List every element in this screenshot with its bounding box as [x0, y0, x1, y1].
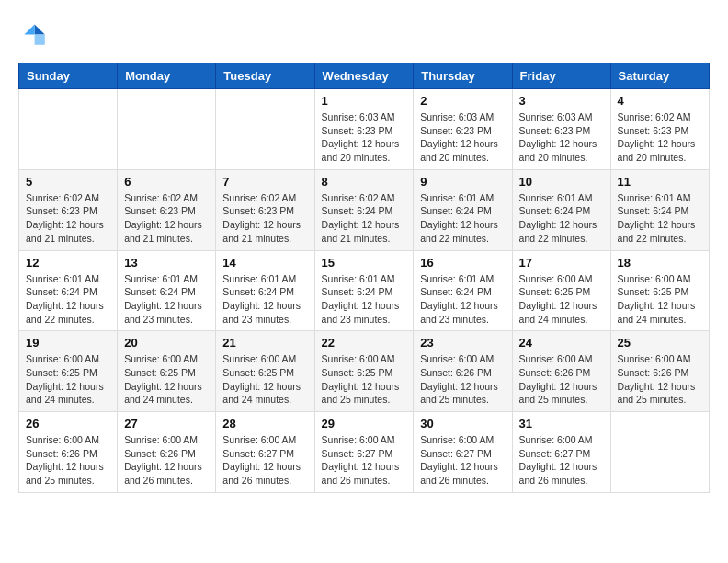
- weekday-header: Wednesday: [314, 63, 414, 89]
- calendar-cell: 6Sunrise: 6:02 AM Sunset: 6:23 PM Daylig…: [118, 169, 216, 250]
- day-info: Sunrise: 6:00 AM Sunset: 6:25 PM Dayligh…: [519, 272, 604, 327]
- calendar-cell: 28Sunrise: 6:00 AM Sunset: 6:27 PM Dayli…: [216, 412, 314, 493]
- calendar-cell: 21Sunrise: 6:00 AM Sunset: 6:25 PM Dayli…: [216, 331, 314, 412]
- calendar-cell: 13Sunrise: 6:01 AM Sunset: 6:24 PM Dayli…: [118, 250, 216, 331]
- day-info: Sunrise: 6:00 AM Sunset: 6:25 PM Dayligh…: [222, 352, 307, 407]
- calendar-cell: [610, 412, 709, 493]
- calendar-table: SundayMondayTuesdayWednesdayThursdayFrid…: [18, 63, 710, 493]
- calendar-cell: 2Sunrise: 6:03 AM Sunset: 6:23 PM Daylig…: [414, 89, 512, 170]
- calendar-cell: 29Sunrise: 6:00 AM Sunset: 6:27 PM Dayli…: [314, 412, 414, 493]
- svg-marker-0: [35, 24, 45, 34]
- day-number: 18: [618, 256, 702, 270]
- calendar-week-row: 5Sunrise: 6:02 AM Sunset: 6:23 PM Daylig…: [19, 169, 710, 250]
- day-info: Sunrise: 6:01 AM Sunset: 6:24 PM Dayligh…: [26, 272, 110, 327]
- day-info: Sunrise: 6:00 AM Sunset: 6:25 PM Dayligh…: [322, 352, 407, 407]
- day-number: 31: [519, 417, 604, 431]
- day-info: Sunrise: 6:00 AM Sunset: 6:27 PM Dayligh…: [519, 433, 604, 488]
- calendar-cell: 23Sunrise: 6:00 AM Sunset: 6:26 PM Dayli…: [414, 331, 512, 412]
- day-number: 27: [124, 417, 209, 431]
- day-info: Sunrise: 6:00 AM Sunset: 6:26 PM Dayligh…: [618, 352, 702, 407]
- day-info: Sunrise: 6:00 AM Sunset: 6:25 PM Dayligh…: [124, 352, 209, 407]
- day-number: 2: [420, 94, 505, 108]
- day-number: 11: [618, 175, 702, 189]
- day-info: Sunrise: 6:01 AM Sunset: 6:24 PM Dayligh…: [322, 272, 407, 327]
- calendar-cell: 31Sunrise: 6:00 AM Sunset: 6:27 PM Dayli…: [512, 412, 610, 493]
- day-number: 22: [322, 336, 407, 350]
- day-info: Sunrise: 6:02 AM Sunset: 6:23 PM Dayligh…: [124, 191, 209, 246]
- calendar-cell: 27Sunrise: 6:00 AM Sunset: 6:26 PM Dayli…: [118, 412, 216, 493]
- calendar-cell: 4Sunrise: 6:02 AM Sunset: 6:23 PM Daylig…: [610, 89, 709, 170]
- day-info: Sunrise: 6:00 AM Sunset: 6:26 PM Dayligh…: [519, 352, 604, 407]
- day-number: 30: [420, 417, 505, 431]
- day-number: 1: [322, 94, 407, 108]
- calendar-week-row: 26Sunrise: 6:00 AM Sunset: 6:26 PM Dayli…: [19, 412, 710, 493]
- weekday-header: Thursday: [414, 63, 512, 89]
- calendar-cell: 5Sunrise: 6:02 AM Sunset: 6:23 PM Daylig…: [19, 169, 118, 250]
- day-number: 23: [420, 336, 505, 350]
- day-info: Sunrise: 6:01 AM Sunset: 6:24 PM Dayligh…: [124, 272, 209, 327]
- day-number: 7: [222, 175, 307, 189]
- day-info: Sunrise: 6:03 AM Sunset: 6:23 PM Dayligh…: [519, 110, 604, 165]
- calendar-cell: 3Sunrise: 6:03 AM Sunset: 6:23 PM Daylig…: [512, 89, 610, 170]
- day-info: Sunrise: 6:01 AM Sunset: 6:24 PM Dayligh…: [420, 272, 505, 327]
- calendar-week-row: 1Sunrise: 6:03 AM Sunset: 6:23 PM Daylig…: [19, 89, 710, 170]
- calendar-cell: 18Sunrise: 6:00 AM Sunset: 6:25 PM Dayli…: [610, 250, 709, 331]
- calendar-cell: 8Sunrise: 6:02 AM Sunset: 6:24 PM Daylig…: [314, 169, 414, 250]
- calendar-cell: 26Sunrise: 6:00 AM Sunset: 6:26 PM Dayli…: [19, 412, 118, 493]
- calendar-cell: 7Sunrise: 6:02 AM Sunset: 6:23 PM Daylig…: [216, 169, 314, 250]
- calendar-cell: 1Sunrise: 6:03 AM Sunset: 6:23 PM Daylig…: [314, 89, 414, 170]
- day-info: Sunrise: 6:01 AM Sunset: 6:24 PM Dayligh…: [618, 191, 702, 246]
- weekday-header: Tuesday: [216, 63, 314, 89]
- day-number: 29: [322, 417, 407, 431]
- calendar-cell: 9Sunrise: 6:01 AM Sunset: 6:24 PM Daylig…: [414, 169, 512, 250]
- weekday-header: Friday: [512, 63, 610, 89]
- day-number: 20: [124, 336, 209, 350]
- calendar-cell: 16Sunrise: 6:01 AM Sunset: 6:24 PM Dayli…: [414, 250, 512, 331]
- day-info: Sunrise: 6:02 AM Sunset: 6:24 PM Dayligh…: [322, 191, 407, 246]
- calendar-cell: 22Sunrise: 6:00 AM Sunset: 6:25 PM Dayli…: [314, 331, 414, 412]
- day-number: 21: [222, 336, 307, 350]
- calendar-cell: 12Sunrise: 6:01 AM Sunset: 6:24 PM Dayli…: [19, 250, 118, 331]
- day-info: Sunrise: 6:01 AM Sunset: 6:24 PM Dayligh…: [420, 191, 505, 246]
- svg-marker-2: [24, 24, 34, 34]
- day-number: 17: [519, 256, 604, 270]
- calendar-cell: 10Sunrise: 6:01 AM Sunset: 6:24 PM Dayli…: [512, 169, 610, 250]
- day-number: 8: [322, 175, 407, 189]
- day-info: Sunrise: 6:00 AM Sunset: 6:27 PM Dayligh…: [322, 433, 407, 488]
- day-number: 3: [519, 94, 604, 108]
- calendar-header-row: SundayMondayTuesdayWednesdayThursdayFrid…: [19, 63, 710, 89]
- calendar-week-row: 12Sunrise: 6:01 AM Sunset: 6:24 PM Dayli…: [19, 250, 710, 331]
- calendar-cell: 19Sunrise: 6:00 AM Sunset: 6:25 PM Dayli…: [19, 331, 118, 412]
- logo: [18, 18, 51, 48]
- weekday-header: Saturday: [610, 63, 709, 89]
- calendar-week-row: 19Sunrise: 6:00 AM Sunset: 6:25 PM Dayli…: [19, 331, 710, 412]
- day-number: 16: [420, 256, 505, 270]
- day-number: 24: [519, 336, 604, 350]
- day-info: Sunrise: 6:03 AM Sunset: 6:23 PM Dayligh…: [420, 110, 505, 165]
- day-number: 12: [26, 256, 110, 270]
- day-number: 6: [124, 175, 209, 189]
- day-info: Sunrise: 6:00 AM Sunset: 6:26 PM Dayligh…: [124, 433, 209, 488]
- day-number: 15: [322, 256, 407, 270]
- page-header: [18, 18, 710, 48]
- calendar-cell: 15Sunrise: 6:01 AM Sunset: 6:24 PM Dayli…: [314, 250, 414, 331]
- day-number: 14: [222, 256, 307, 270]
- day-info: Sunrise: 6:02 AM Sunset: 6:23 PM Dayligh…: [222, 191, 307, 246]
- day-number: 28: [222, 417, 307, 431]
- weekday-header: Monday: [118, 63, 216, 89]
- day-number: 25: [618, 336, 702, 350]
- logo-icon: [18, 18, 48, 48]
- day-info: Sunrise: 6:00 AM Sunset: 6:25 PM Dayligh…: [26, 352, 110, 407]
- day-number: 10: [519, 175, 604, 189]
- day-info: Sunrise: 6:01 AM Sunset: 6:24 PM Dayligh…: [222, 272, 307, 327]
- day-number: 19: [26, 336, 110, 350]
- calendar-cell: 25Sunrise: 6:00 AM Sunset: 6:26 PM Dayli…: [610, 331, 709, 412]
- day-info: Sunrise: 6:00 AM Sunset: 6:27 PM Dayligh…: [222, 433, 307, 488]
- weekday-header: Sunday: [19, 63, 118, 89]
- calendar-cell: 17Sunrise: 6:00 AM Sunset: 6:25 PM Dayli…: [512, 250, 610, 331]
- calendar-cell: 24Sunrise: 6:00 AM Sunset: 6:26 PM Dayli…: [512, 331, 610, 412]
- day-info: Sunrise: 6:00 AM Sunset: 6:26 PM Dayligh…: [420, 352, 505, 407]
- day-number: 26: [26, 417, 110, 431]
- svg-marker-1: [35, 35, 45, 45]
- day-info: Sunrise: 6:02 AM Sunset: 6:23 PM Dayligh…: [618, 110, 702, 165]
